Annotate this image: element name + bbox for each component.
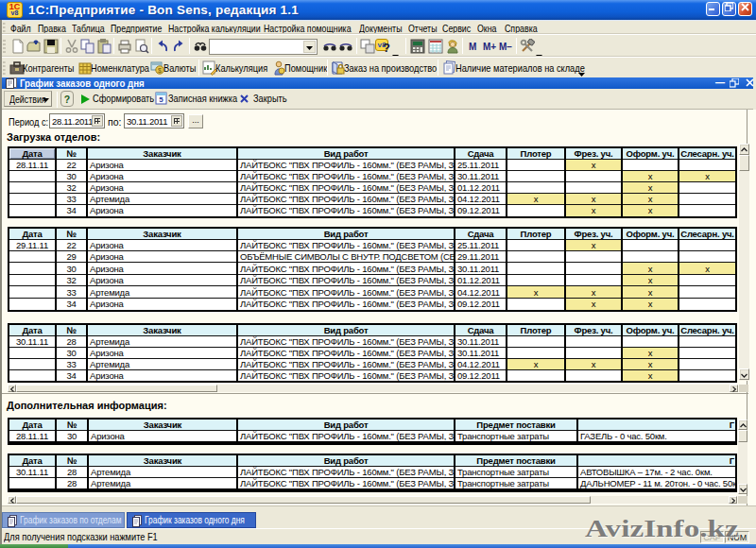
svg-text:$: $ [158,67,162,74]
svg-text:5: 5 [159,95,163,104]
